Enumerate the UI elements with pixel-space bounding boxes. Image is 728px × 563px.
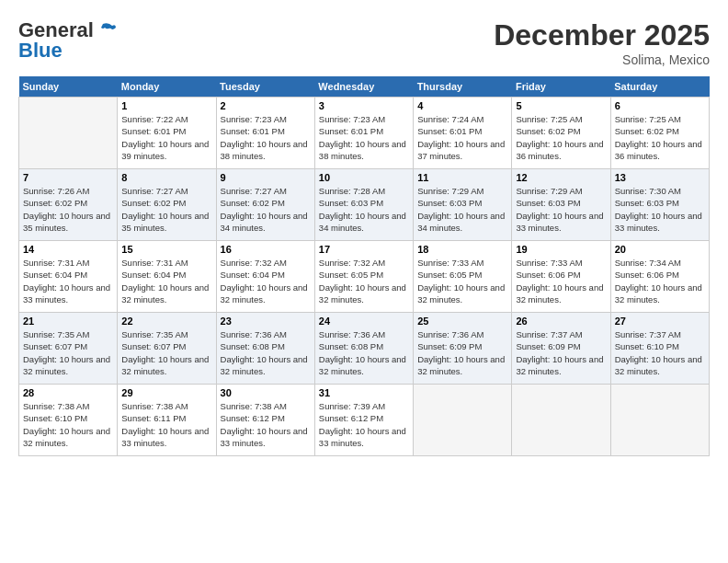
calendar-cell: [19, 98, 118, 169]
calendar-cell: 18Sunrise: 7:33 AMSunset: 6:05 PMDayligh…: [414, 241, 512, 313]
weekday-header-thursday: Thursday: [414, 76, 512, 98]
cell-details: Sunrise: 7:39 AMSunset: 6:12 PMDaylight:…: [319, 400, 409, 449]
cell-details: Sunrise: 7:33 AMSunset: 6:05 PMDaylight:…: [417, 257, 507, 305]
cell-details: Sunrise: 7:25 AMSunset: 6:02 PMDaylight:…: [615, 113, 705, 162]
logo: General Blue: [18, 18, 116, 63]
day-number: 5: [516, 100, 606, 111]
day-number: 31: [319, 387, 409, 398]
calendar-cell: [414, 385, 512, 456]
cell-details: Sunrise: 7:29 AMSunset: 6:03 PMDaylight:…: [516, 185, 606, 234]
logo-bird-icon: [96, 20, 116, 40]
day-number: 1: [121, 100, 211, 111]
day-number: 2: [221, 100, 311, 111]
location-subtitle: Solima, Mexico: [494, 52, 710, 67]
calendar-container: General Blue December 2025 Solima, Mexic…: [0, 0, 728, 465]
day-number: 25: [417, 316, 507, 327]
cell-details: Sunrise: 7:31 AMSunset: 6:04 PMDaylight:…: [23, 257, 113, 305]
header-section: General Blue December 2025 Solima, Mexic…: [18, 18, 710, 67]
calendar-cell: 8Sunrise: 7:27 AMSunset: 6:02 PMDaylight…: [118, 169, 216, 241]
cell-details: Sunrise: 7:29 AMSunset: 6:03 PMDaylight:…: [417, 185, 507, 234]
cell-details: Sunrise: 7:38 AMSunset: 6:12 PMDaylight:…: [221, 400, 311, 449]
calendar-cell: 31Sunrise: 7:39 AMSunset: 6:12 PMDayligh…: [314, 385, 413, 456]
day-number: 26: [516, 316, 606, 327]
cell-details: Sunrise: 7:35 AMSunset: 6:07 PMDaylight:…: [121, 328, 211, 377]
calendar-cell: 14Sunrise: 7:31 AMSunset: 6:04 PMDayligh…: [19, 241, 118, 313]
cell-details: Sunrise: 7:31 AMSunset: 6:04 PMDaylight:…: [121, 257, 211, 305]
day-number: 29: [121, 387, 211, 398]
calendar-cell: 26Sunrise: 7:37 AMSunset: 6:09 PMDayligh…: [512, 313, 610, 385]
day-number: 7: [23, 172, 113, 183]
cell-details: Sunrise: 7:32 AMSunset: 6:05 PMDaylight:…: [319, 257, 409, 305]
day-number: 21: [23, 316, 113, 327]
calendar-cell: 16Sunrise: 7:32 AMSunset: 6:04 PMDayligh…: [216, 241, 314, 313]
calendar-cell: 11Sunrise: 7:29 AMSunset: 6:03 PMDayligh…: [414, 169, 512, 241]
calendar-cell: 12Sunrise: 7:29 AMSunset: 6:03 PMDayligh…: [512, 169, 610, 241]
calendar-row-2: 7Sunrise: 7:26 AMSunset: 6:02 PMDaylight…: [19, 169, 710, 241]
calendar-cell: 2Sunrise: 7:23 AMSunset: 6:01 PMDaylight…: [216, 98, 314, 169]
cell-details: Sunrise: 7:36 AMSunset: 6:08 PMDaylight:…: [221, 328, 311, 377]
cell-details: Sunrise: 7:27 AMSunset: 6:02 PMDaylight:…: [121, 185, 211, 234]
month-year-title: December 2025: [494, 18, 710, 52]
calendar-cell: 9Sunrise: 7:27 AMSunset: 6:02 PMDaylight…: [216, 169, 314, 241]
calendar-cell: 23Sunrise: 7:36 AMSunset: 6:08 PMDayligh…: [216, 313, 314, 385]
day-number: 23: [221, 316, 311, 327]
weekday-header-wednesday: Wednesday: [314, 76, 413, 98]
day-number: 4: [417, 100, 507, 111]
day-number: 9: [221, 172, 311, 183]
calendar-table: SundayMondayTuesdayWednesdayThursdayFrid…: [18, 76, 710, 456]
title-section: December 2025 Solima, Mexico: [494, 18, 710, 67]
calendar-cell: 15Sunrise: 7:31 AMSunset: 6:04 PMDayligh…: [118, 241, 216, 313]
calendar-cell: 21Sunrise: 7:35 AMSunset: 6:07 PMDayligh…: [19, 313, 118, 385]
day-number: 20: [615, 244, 705, 255]
calendar-cell: 13Sunrise: 7:30 AMSunset: 6:03 PMDayligh…: [610, 169, 709, 241]
calendar-cell: 7Sunrise: 7:26 AMSunset: 6:02 PMDaylight…: [19, 169, 118, 241]
day-number: 6: [615, 100, 705, 111]
cell-details: Sunrise: 7:36 AMSunset: 6:09 PMDaylight:…: [417, 328, 507, 377]
day-number: 13: [615, 172, 705, 183]
calendar-cell: 10Sunrise: 7:28 AMSunset: 6:03 PMDayligh…: [314, 169, 413, 241]
calendar-cell: 19Sunrise: 7:33 AMSunset: 6:06 PMDayligh…: [512, 241, 610, 313]
calendar-cell: 1Sunrise: 7:22 AMSunset: 6:01 PMDaylight…: [118, 98, 216, 169]
day-number: 27: [615, 316, 705, 327]
day-number: 12: [516, 172, 606, 183]
cell-details: Sunrise: 7:24 AMSunset: 6:01 PMDaylight:…: [417, 113, 507, 162]
calendar-cell: 5Sunrise: 7:25 AMSunset: 6:02 PMDaylight…: [512, 98, 610, 169]
weekday-header-monday: Monday: [118, 76, 216, 98]
weekday-header-tuesday: Tuesday: [216, 76, 314, 98]
cell-details: Sunrise: 7:37 AMSunset: 6:09 PMDaylight:…: [516, 328, 606, 377]
calendar-cell: [512, 385, 610, 456]
cell-details: Sunrise: 7:30 AMSunset: 6:03 PMDaylight:…: [615, 185, 705, 234]
cell-details: Sunrise: 7:23 AMSunset: 6:01 PMDaylight:…: [221, 113, 311, 162]
calendar-row-3: 14Sunrise: 7:31 AMSunset: 6:04 PMDayligh…: [19, 241, 710, 313]
day-number: 3: [319, 100, 409, 111]
calendar-cell: [610, 385, 709, 456]
cell-details: Sunrise: 7:28 AMSunset: 6:03 PMDaylight:…: [319, 185, 409, 234]
cell-details: Sunrise: 7:32 AMSunset: 6:04 PMDaylight:…: [221, 257, 311, 305]
cell-details: Sunrise: 7:38 AMSunset: 6:11 PMDaylight:…: [121, 400, 211, 449]
day-number: 17: [319, 244, 409, 255]
weekday-header-row: SundayMondayTuesdayWednesdayThursdayFrid…: [19, 76, 710, 98]
weekday-header-saturday: Saturday: [610, 76, 709, 98]
calendar-cell: 29Sunrise: 7:38 AMSunset: 6:11 PMDayligh…: [118, 385, 216, 456]
cell-details: Sunrise: 7:26 AMSunset: 6:02 PMDaylight:…: [23, 185, 113, 234]
calendar-cell: 3Sunrise: 7:23 AMSunset: 6:01 PMDaylight…: [314, 98, 413, 169]
weekday-header-sunday: Sunday: [19, 76, 118, 98]
calendar-cell: 17Sunrise: 7:32 AMSunset: 6:05 PMDayligh…: [314, 241, 413, 313]
cell-details: Sunrise: 7:34 AMSunset: 6:06 PMDaylight:…: [615, 257, 705, 305]
day-number: 15: [121, 244, 211, 255]
calendar-row-1: 1Sunrise: 7:22 AMSunset: 6:01 PMDaylight…: [19, 98, 710, 169]
calendar-cell: 4Sunrise: 7:24 AMSunset: 6:01 PMDaylight…: [414, 98, 512, 169]
cell-details: Sunrise: 7:22 AMSunset: 6:01 PMDaylight:…: [121, 113, 211, 162]
cell-details: Sunrise: 7:37 AMSunset: 6:10 PMDaylight:…: [615, 328, 705, 377]
calendar-cell: 30Sunrise: 7:38 AMSunset: 6:12 PMDayligh…: [216, 385, 314, 456]
calendar-cell: 6Sunrise: 7:25 AMSunset: 6:02 PMDaylight…: [610, 98, 709, 169]
cell-details: Sunrise: 7:33 AMSunset: 6:06 PMDaylight:…: [516, 257, 606, 305]
cell-details: Sunrise: 7:38 AMSunset: 6:10 PMDaylight:…: [23, 400, 113, 449]
day-number: 30: [221, 387, 311, 398]
day-number: 18: [417, 244, 507, 255]
day-number: 24: [319, 316, 409, 327]
cell-details: Sunrise: 7:23 AMSunset: 6:01 PMDaylight:…: [319, 113, 409, 162]
day-number: 8: [121, 172, 211, 183]
day-number: 10: [319, 172, 409, 183]
cell-details: Sunrise: 7:27 AMSunset: 6:02 PMDaylight:…: [221, 185, 311, 234]
